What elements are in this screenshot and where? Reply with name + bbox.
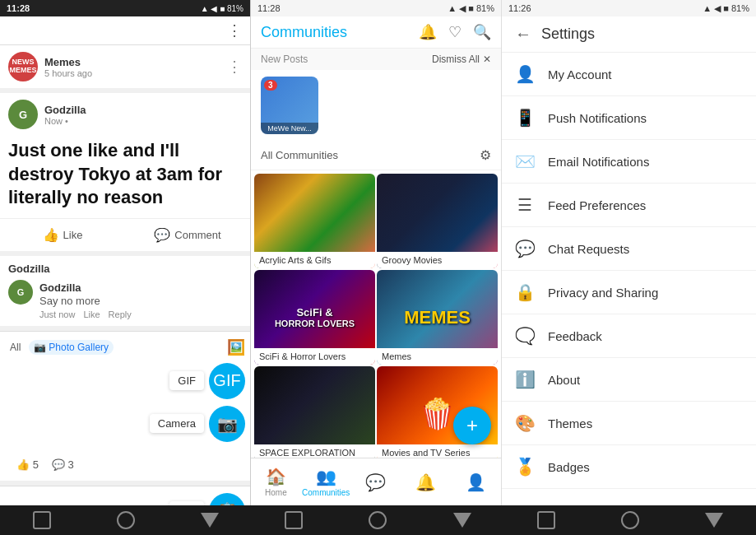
dismiss-all-button[interactable]: Dismiss All ✕ bbox=[432, 54, 491, 65]
community-card-acrylic[interactable]: Acrylic Arts & Gifs bbox=[254, 174, 375, 268]
feed-header-icon[interactable]: ⋮ bbox=[227, 21, 242, 40]
post-more-memes[interactable]: ⋮ bbox=[227, 58, 242, 76]
new-posts-section: New Posts Dismiss All ✕ bbox=[251, 49, 501, 70]
nav-home[interactable]: 🏠 Home bbox=[251, 463, 301, 500]
like-button[interactable]: 👍 Like bbox=[0, 224, 125, 246]
comment-time: Just now bbox=[39, 309, 75, 319]
feed-nav-back-triangle[interactable] bbox=[201, 513, 219, 528]
post-time-memes: 5 hours ago bbox=[44, 68, 220, 78]
nav-profile[interactable]: 👤 bbox=[451, 463, 501, 500]
push-notifications-label: Push Notifications bbox=[548, 111, 647, 125]
favorites-icon[interactable]: ♡ bbox=[448, 23, 461, 41]
chat-requests-icon: 💬 bbox=[515, 239, 535, 258]
feed-nav-home-circle[interactable] bbox=[117, 511, 135, 529]
feed-preferences-label: Feed Preferences bbox=[548, 198, 646, 212]
search-communities-icon[interactable]: 🔍 bbox=[473, 23, 491, 41]
new-posts-scroll[interactable]: 3 MeWe New... bbox=[251, 70, 501, 141]
settings-list: 👤 My Account 📱 Push Notifications ✉️ Ema… bbox=[502, 53, 756, 505]
comm-nav-back-triangle[interactable] bbox=[453, 513, 471, 528]
comment-icon: 💬 bbox=[154, 227, 170, 243]
feed-nav-back-square[interactable] bbox=[33, 511, 51, 529]
settings-item-chat-requests[interactable]: 💬 Chat Requests bbox=[502, 227, 756, 271]
comm-nav-home-circle[interactable] bbox=[369, 511, 387, 529]
avatar-godzilla: G bbox=[8, 100, 38, 129]
feed-content: NEWSMEMES Memes 5 hours ago ⋮ G Godzilla… bbox=[0, 45, 250, 505]
settings-item-privacy-sharing[interactable]: 🔒 Privacy and Sharing bbox=[502, 271, 756, 314]
toolbar-tabs: All 📷 Photo Gallery 🖼️ bbox=[5, 335, 245, 360]
like-label: Like bbox=[63, 229, 83, 241]
settings-nav-home-circle[interactable] bbox=[621, 511, 639, 529]
poll-button[interactable]: 📋 bbox=[209, 493, 245, 505]
add-community-button[interactable]: + bbox=[453, 407, 491, 444]
settings-item-badges[interactable]: 🏅 Badges bbox=[502, 445, 756, 489]
nav-notifications[interactable]: 🔔 bbox=[401, 463, 451, 500]
communities-header-icons: 🔔 ♡ 🔍 bbox=[419, 23, 491, 41]
settings-nav-back-square[interactable] bbox=[537, 511, 555, 529]
community-name-memes: Memes bbox=[377, 348, 498, 365]
settings-title: Settings bbox=[541, 26, 595, 43]
badges-label: Badges bbox=[548, 460, 590, 474]
settings-status-icons: ▲ ◀ ■ 81% bbox=[703, 3, 749, 14]
thumbs-up-icon: 👍 bbox=[43, 227, 59, 243]
settings-item-feedback[interactable]: 🗨️ Feedback bbox=[502, 314, 756, 358]
home-icon: 🏠 bbox=[266, 467, 286, 486]
poll-text-toolbar: Poll 📋 Text T ✕ bbox=[0, 486, 250, 505]
chat-icon: 💬 bbox=[365, 472, 386, 492]
community-card-groovy[interactable]: Groovy Movies bbox=[377, 174, 498, 268]
camera-button[interactable]: 📷 bbox=[209, 406, 245, 442]
feed-panel: 11:28 ▲ ◀ ■ 81% ⋮ NEWSMEMES Memes 5 hour… bbox=[0, 0, 251, 505]
feed-header: ⋮ bbox=[0, 16, 250, 45]
comment-like[interactable]: Like bbox=[83, 309, 100, 319]
nav-chat[interactable]: 💬 bbox=[351, 463, 401, 500]
tab-all[interactable]: All bbox=[5, 340, 26, 355]
notifications-icon: 🔔 bbox=[415, 472, 436, 492]
tab-photo-gallery[interactable]: 📷 Photo Gallery bbox=[29, 340, 114, 355]
settings-nav-back-triangle[interactable] bbox=[705, 513, 723, 528]
comment-reply[interactable]: Reply bbox=[109, 309, 132, 319]
settings-item-email-notifications[interactable]: ✉️ Email Notifications bbox=[502, 140, 756, 184]
settings-time: 11:26 bbox=[508, 3, 531, 13]
new-post-thumb[interactable]: 3 MeWe New... bbox=[261, 77, 318, 134]
nav-communities[interactable]: 👥 Communities bbox=[301, 463, 351, 500]
settings-back-button[interactable]: ← bbox=[515, 25, 531, 44]
post-header-memes: NEWSMEMES Memes 5 hours ago ⋮ bbox=[0, 45, 250, 88]
comment-button[interactable]: 💬 Comment bbox=[125, 224, 250, 246]
avatar-memes: NEWSMEMES bbox=[8, 52, 38, 81]
camera-icon: 📷 bbox=[217, 414, 238, 434]
gif-icon: GIF bbox=[213, 371, 240, 390]
feed-time: 11:28 bbox=[7, 3, 30, 13]
photo-icon: 📷 bbox=[34, 342, 46, 353]
all-communities-header: All Communities ⚙ bbox=[251, 141, 501, 170]
stats-card: 👍 5 💬 3 bbox=[0, 449, 250, 481]
settings-item-my-account[interactable]: 👤 My Account bbox=[502, 53, 756, 96]
communities-icon: 👥 bbox=[316, 467, 336, 486]
comment-text: Say no more bbox=[39, 295, 242, 307]
gif-action[interactable]: GIF GIF bbox=[169, 363, 245, 399]
poll-action[interactable]: Poll 📋 bbox=[169, 493, 245, 505]
filter-icon[interactable]: ⚙ bbox=[480, 147, 491, 163]
community-card-scifi[interactable]: SciFi & HORROR LOVERS SciFi & Horror Lov… bbox=[254, 270, 375, 365]
comment-card: Godzilla G Godzilla Say no more Just now… bbox=[0, 256, 250, 326]
feedback-label: Feedback bbox=[548, 329, 602, 343]
gif-button[interactable]: GIF bbox=[209, 363, 245, 399]
settings-item-push-notifications[interactable]: 📱 Push Notifications bbox=[502, 96, 756, 140]
community-card-space[interactable]: SPACE EXPLORATION bbox=[254, 366, 375, 458]
nav-communities-label: Communities bbox=[302, 488, 350, 497]
community-card-memes[interactable]: MEMES Memes bbox=[377, 270, 498, 365]
post-author-memes: Memes bbox=[44, 56, 220, 68]
gif-label: GIF bbox=[169, 371, 204, 390]
comm-nav-back-square[interactable] bbox=[285, 511, 303, 529]
community-name-groovy: Groovy Movies bbox=[377, 252, 498, 268]
add-community-icon[interactable]: 🔔 bbox=[419, 23, 437, 41]
settings-item-feed-preferences[interactable]: ☰ Feed Preferences bbox=[502, 184, 756, 227]
comment-content: Godzilla Say no more Just now Like Reply bbox=[39, 280, 242, 319]
badges-icon: 🏅 bbox=[515, 457, 535, 477]
camera-action[interactable]: Camera 📷 bbox=[150, 406, 245, 442]
communities-time: 11:28 bbox=[257, 3, 281, 13]
settings-item-themes[interactable]: 🎨 Themes bbox=[502, 402, 756, 445]
email-notifications-icon: ✉️ bbox=[515, 151, 535, 171]
photo-gallery-icon[interactable]: 🖼️ bbox=[227, 338, 245, 356]
communities-bottom-nav: 🏠 Home 👥 Communities 💬 🔔 👤 bbox=[251, 458, 501, 505]
settings-item-about[interactable]: ℹ️ About bbox=[502, 358, 756, 402]
my-account-label: My Account bbox=[548, 67, 612, 81]
